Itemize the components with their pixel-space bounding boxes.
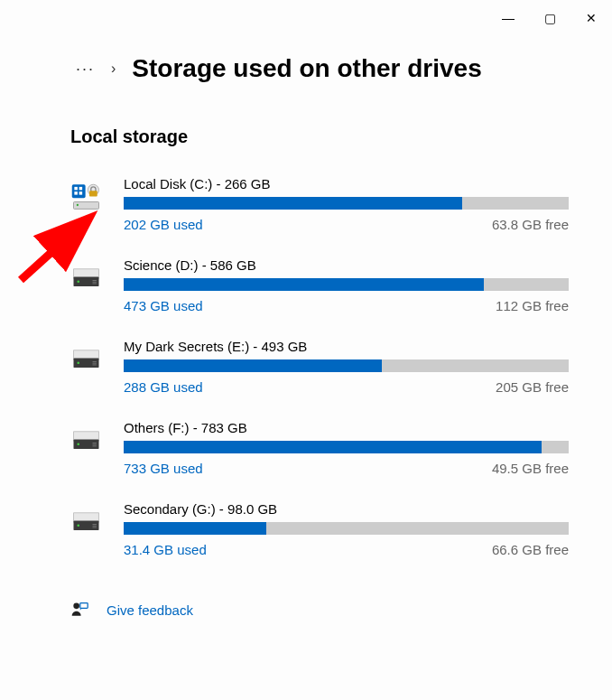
svg-point-26 [77,524,79,527]
minimize-button[interactable]: — [487,4,529,33]
svg-point-11 [77,280,79,283]
svg-rect-14 [93,284,97,285]
drive-item[interactable]: Others (F:) - 783 GB733 GB used49.5 GB f… [70,420,569,476]
drive-used-text: 31.4 GB used [124,542,207,557]
system-drive-icon [70,180,102,211]
svg-rect-12 [93,280,97,281]
svg-rect-1 [74,187,78,191]
svg-rect-7 [89,191,97,196]
drive-item[interactable]: Local Disk (C:) - 266 GB202 GB used63.8 … [70,176,569,232]
storage-progress-bar [124,278,569,291]
hdd-drive-icon [70,505,102,537]
drive-title: Others (F:) - 783 GB [124,420,569,435]
svg-rect-4 [79,191,83,195]
drive-list: Local Disk (C:) - 266 GB202 GB used63.8 … [70,176,569,557]
drive-free-text: 49.5 GB free [492,461,569,476]
drive-used-text: 202 GB used [124,217,203,232]
drive-info: Others (F:) - 783 GB733 GB used49.5 GB f… [124,420,569,476]
drive-free-text: 66.6 GB free [492,542,569,557]
svg-point-21 [77,443,79,445]
svg-rect-31 [80,603,88,609]
drive-stats: 202 GB used63.8 GB free [124,217,569,232]
drive-stats: 288 GB used205 GB free [124,379,569,395]
storage-progress-fill [124,441,542,453]
drive-title: Science (D:) - 586 GB [124,257,569,273]
drive-info: Science (D:) - 586 GB473 GB used112 GB f… [124,257,569,313]
hdd-drive-icon [70,342,102,374]
storage-progress-fill [124,359,382,372]
svg-rect-27 [93,524,97,525]
svg-rect-22 [93,443,97,443]
svg-rect-19 [93,365,97,366]
drive-info: Secondary (G:) - 98.0 GB31.4 GB used66.6… [124,501,569,557]
svg-rect-0 [72,184,86,198]
section-title: Local storage [70,126,569,147]
svg-rect-28 [93,526,97,527]
drive-info: My Dark Secrets (E:) - 493 GB288 GB used… [124,339,569,395]
drive-used-text: 288 GB used [124,379,203,395]
hdd-drive-icon [70,424,102,455]
storage-progress-bar [124,359,569,372]
feedback-label: Give feedback [107,602,193,618]
drive-title: My Dark Secrets (E:) - 493 GB [124,339,569,354]
feedback-link[interactable]: Give feedback [70,601,569,619]
drive-used-text: 733 GB used [124,461,203,476]
feedback-icon [70,601,88,619]
svg-rect-24 [93,446,97,447]
svg-rect-23 [93,444,97,445]
storage-progress-fill [124,522,266,535]
svg-point-9 [77,204,79,206]
svg-rect-2 [79,187,83,191]
svg-rect-13 [93,282,97,283]
svg-point-16 [77,361,79,364]
drive-free-text: 63.8 GB free [492,217,569,232]
storage-progress-bar [124,441,569,453]
maximize-button[interactable]: ▢ [529,4,570,33]
breadcrumb-ellipsis-icon[interactable]: ··· [76,60,95,79]
drive-stats: 473 GB used112 GB free [124,298,569,313]
svg-rect-3 [74,191,78,195]
storage-progress-bar [124,522,569,535]
svg-rect-18 [93,363,97,364]
storage-progress-fill [124,278,484,291]
titlebar: — ▢ ✕ [0,0,612,36]
drive-item[interactable]: My Dark Secrets (E:) - 493 GB288 GB used… [70,339,569,395]
drive-free-text: 205 GB free [496,379,569,395]
hdd-drive-icon [70,261,102,293]
storage-progress-bar [124,197,569,210]
chevron-right-icon: › [111,61,116,77]
drive-free-text: 112 GB free [496,298,569,313]
svg-point-30 [73,603,79,610]
svg-rect-17 [93,361,97,362]
drive-stats: 31.4 GB used66.6 GB free [124,542,569,557]
page-title: Storage used on other drives [132,54,481,83]
close-button[interactable]: ✕ [570,4,612,33]
drive-stats: 733 GB used49.5 GB free [124,461,569,476]
storage-progress-fill [124,197,462,210]
drive-item[interactable]: Secondary (G:) - 98.0 GB31.4 GB used66.6… [70,501,569,557]
breadcrumb: ··· › Storage used on other drives [76,54,569,83]
drive-info: Local Disk (C:) - 266 GB202 GB used63.8 … [124,176,569,232]
drive-title: Local Disk (C:) - 266 GB [124,176,569,191]
drive-title: Secondary (G:) - 98.0 GB [124,501,569,517]
drive-used-text: 473 GB used [124,298,203,313]
svg-rect-29 [93,527,97,528]
content-area: ··· › Storage used on other drives Local… [0,36,612,637]
drive-item[interactable]: Science (D:) - 586 GB473 GB used112 GB f… [70,257,569,313]
